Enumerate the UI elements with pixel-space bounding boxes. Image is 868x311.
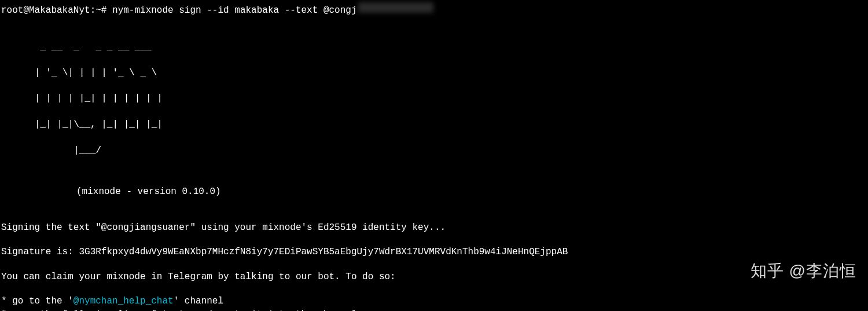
- ascii-line: |___/: [35, 144, 867, 157]
- bullet-suffix: ' channel: [174, 296, 223, 306]
- redacted-text-icon: [358, 2, 433, 13]
- prompt-user-host: root@MakabakaNyt: [1, 4, 90, 17]
- bullet-goto-channel: * go to the '@nymchan_help_chat' channel: [1, 295, 867, 308]
- ascii-line: |_| |_|\__, |_| |_| |_|: [35, 118, 867, 131]
- prompt-sep: :: [90, 4, 96, 17]
- signature-value: 3G3Rfkpxyd4dwVy9WEaNXbp7MHczfN8iy7y7EDiP…: [79, 247, 568, 257]
- command-text: nym-mixnode sign --id makabaka --text @c…: [106, 4, 356, 17]
- signature-line: Signature is: 3G3Rfkpxyd4dwVy9WEaNXbp7MH…: [1, 246, 867, 258]
- signing-status: Signing the text "@congjiangsuaner" usin…: [1, 221, 867, 234]
- ascii-art-logo: _ __ _ _ _ __ ___ | '_ \| | | | '_ \ _ \…: [35, 27, 867, 170]
- bullet-prefix: * go to the ': [1, 296, 73, 306]
- ascii-line: | '_ \| | | | '_ \ _ \: [35, 67, 867, 79]
- claim-intro: You can claim your mixnode in Telegram b…: [1, 270, 867, 283]
- ascii-line: _ __ _ _ _ __ ___: [35, 41, 867, 53]
- signature-label: Signature is:: [1, 247, 79, 257]
- version-text: (mixnode - version 0.10.0): [76, 185, 867, 198]
- prompt-path: ~#: [95, 4, 106, 17]
- prompt-line-1[interactable]: root@MakabakaNyt:~# nym-mixnode sign --i…: [1, 2, 867, 17]
- bullet-copy-text: * copy the following line of text, and p…: [1, 308, 867, 311]
- telegram-channel-link[interactable]: @nymchan_help_chat: [73, 296, 174, 306]
- ascii-line: | | | | |_| | | | | | |: [35, 92, 867, 105]
